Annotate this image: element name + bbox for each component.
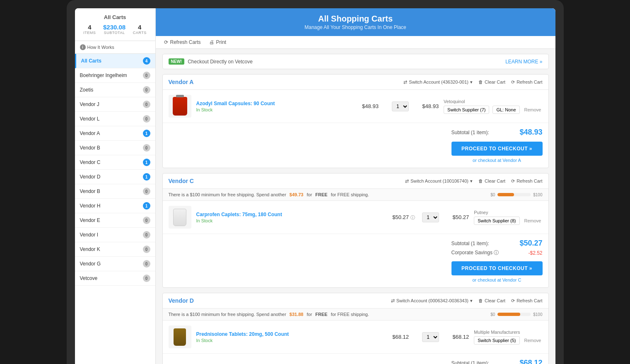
sidebar-item-all-carts[interactable]: All Carts 4 bbox=[75, 54, 155, 68]
how-it-works-link[interactable]: i How It Works bbox=[75, 41, 155, 54]
sidebar-item-vendor-e[interactable]: Vendor E 0 bbox=[75, 213, 155, 228]
learn-more-link[interactable]: LEARN MORE » bbox=[505, 59, 542, 65]
info-icon: i bbox=[80, 44, 86, 50]
vendor-a-header: Vendor A ⇄ Switch Account (436320-001) ▾… bbox=[163, 75, 548, 90]
progress-fill-c bbox=[497, 193, 514, 196]
vendor-section-d: Vendor D ⇄ Switch Account (0006342-00363… bbox=[162, 293, 549, 364]
vendor-c-switch-account[interactable]: ⇄ Switch Account (100106740) ▾ bbox=[405, 178, 473, 184]
stat-subtotal: $230.08 SUBTOTAL bbox=[103, 24, 126, 35]
stat-items-label: ITEMS bbox=[83, 31, 96, 35]
vendor-a-checkout-button[interactable]: PROCEED TO CHECKOUT » bbox=[451, 142, 543, 156]
sidebar-item-vendor-a[interactable]: Vendor A 1 bbox=[75, 126, 155, 141]
sidebar-item-vendor-i[interactable]: Vendor I 0 bbox=[75, 228, 155, 242]
switch-supplier-carprofen[interactable]: Switch Supplier (8) bbox=[474, 217, 519, 225]
shipping-prefix-c: There is a $100 minimum for free shippin… bbox=[169, 192, 286, 197]
item-price-carprofen: $50.27 bbox=[392, 214, 409, 220]
vendor-d-shipping-banner: There is a $100 minimum for free shippin… bbox=[163, 309, 548, 321]
remove-prednisolone[interactable]: Remove bbox=[523, 337, 543, 344]
sidebar-item-vendor-j[interactable]: Vendor J 0 bbox=[75, 97, 155, 112]
sidebar-header: All Carts 4 ITEMS $230.08 SUBTOTAL 4 CAR… bbox=[75, 8, 155, 41]
item-total-azodyl: $48.93 bbox=[414, 103, 439, 109]
sidebar-item-boehringer[interactable]: Boehringer Ingelheim 0 bbox=[75, 68, 155, 83]
print-icon: 🖨 bbox=[209, 39, 214, 45]
remove-azodyl[interactable]: Remove bbox=[523, 106, 543, 113]
switch-icon: ⇄ bbox=[403, 80, 407, 85]
progress-to-d: $100 bbox=[533, 312, 542, 317]
refresh-icon: ⟳ bbox=[164, 39, 168, 45]
main-toolbar: ⟳ Refresh Carts 🖨 Print bbox=[156, 36, 555, 49]
item-status-azodyl: In Stock bbox=[196, 107, 357, 112]
price-info-icon[interactable]: ⓘ bbox=[410, 215, 415, 220]
shipping-for-c: for bbox=[307, 192, 312, 197]
stat-items-value: 4 bbox=[83, 24, 96, 31]
print-label: Print bbox=[216, 39, 227, 45]
vendor-c-clear-cart[interactable]: 🗑 Clear Cart bbox=[478, 178, 505, 183]
main-content: All Shopping Carts Manage All Your Shopp… bbox=[156, 8, 555, 364]
bottle-brown-icon bbox=[174, 328, 186, 346]
sidebar-item-vendor-l[interactable]: Vendor L 0 bbox=[75, 112, 155, 126]
item-qty-carprofen[interactable]: 123 bbox=[422, 212, 439, 222]
main-header: All Shopping Carts Manage All Your Shopp… bbox=[156, 8, 555, 36]
sidebar-stats: 4 ITEMS $230.08 SUBTOTAL 4 CARTS bbox=[80, 24, 150, 35]
promo-text: Checkout Directly on Vetcove bbox=[188, 59, 253, 65]
refresh-icon-d: ⟳ bbox=[511, 298, 515, 304]
remove-carprofen[interactable]: Remove bbox=[523, 217, 543, 224]
item-name-carprofen[interactable]: Carprofen Caplets: 75mg, 180 Count bbox=[196, 212, 388, 217]
stat-carts-value: 4 bbox=[133, 24, 147, 31]
progress-bar-d bbox=[497, 313, 531, 316]
stat-carts-label: CARTS bbox=[133, 31, 147, 35]
trash-icon-d: 🗑 bbox=[478, 298, 483, 303]
vendor-d-switch-account[interactable]: ⇄ Switch Account (0006342-0036343) ▾ bbox=[391, 298, 473, 304]
sidebar-item-vendor-b2[interactable]: Vendor B 0 bbox=[75, 184, 155, 199]
vendor-c-name: Vendor C bbox=[169, 178, 194, 184]
vendor-c-checkout-link[interactable]: or checkout at Vendor C bbox=[451, 277, 543, 282]
refresh-icon-c: ⟳ bbox=[511, 178, 515, 184]
item-name-prednisolone[interactable]: Prednisolone Tablets: 20mg, 500 Count bbox=[196, 331, 388, 337]
vendor-a-switch-account[interactable]: ⇄ Switch Account (436320-001) ▾ bbox=[403, 80, 473, 85]
shipping-free-d: FREE bbox=[315, 312, 327, 317]
item-supplier-carprofen: Putney bbox=[474, 210, 542, 215]
sidebar-item-vendor-c[interactable]: Vendor C 1 bbox=[75, 155, 155, 170]
sidebar-item-vendor-g[interactable]: Vendor G 0 bbox=[75, 257, 155, 271]
shipping-for-d: for bbox=[307, 312, 312, 317]
item-qty-azodyl[interactable]: 123 bbox=[392, 101, 409, 111]
vendor-a-refresh-cart[interactable]: ⟳ Refresh Cart bbox=[511, 80, 542, 85]
print-button[interactable]: 🖨 Print bbox=[209, 39, 227, 45]
sidebar-all-carts-title: All Carts bbox=[80, 14, 150, 20]
vendor-a-checkout-link[interactable]: or checkout at Vendor A bbox=[451, 158, 543, 163]
vendor-d-subtotal-label: Subtotal (1 item): bbox=[451, 360, 489, 364]
vendor-c-checkout-button[interactable]: PROCEED TO CHECKOUT » bbox=[451, 261, 543, 275]
sidebar-item-vendor-d[interactable]: Vendor D 1 bbox=[75, 170, 155, 184]
stat-items: 4 ITEMS bbox=[83, 24, 96, 35]
main-body: NEW! Checkout Directly on Vetcove LEARN … bbox=[156, 49, 555, 364]
item-qty-prednisolone[interactable]: 123 bbox=[422, 332, 439, 342]
vendor-c-savings: -$2.52 bbox=[528, 250, 542, 256]
vendor-a-clear-cart[interactable]: 🗑 Clear Cart bbox=[478, 80, 505, 84]
item-status-carprofen: In Stock bbox=[196, 218, 388, 223]
switch-icon-d: ⇄ bbox=[391, 298, 395, 304]
sidebar-item-vendor-b1[interactable]: Vendor B 0 bbox=[75, 141, 155, 155]
bottle-white-icon bbox=[173, 209, 186, 226]
progress-to-c: $100 bbox=[533, 193, 542, 197]
vendor-a-name: Vendor A bbox=[169, 79, 194, 85]
progress-from-c: $0 bbox=[490, 193, 495, 197]
how-it-works-label: How It Works bbox=[87, 45, 114, 50]
stat-subtotal-label: SUBTOTAL bbox=[103, 31, 126, 35]
switch-supplier-prednisolone[interactable]: Switch Supplier (5) bbox=[474, 336, 519, 345]
item-image-azodyl bbox=[169, 95, 191, 118]
refresh-carts-button[interactable]: ⟳ Refresh Carts bbox=[164, 39, 201, 45]
sidebar-item-zoetis[interactable]: Zoetis 0 bbox=[75, 83, 155, 97]
refresh-label: Refresh Carts bbox=[170, 39, 201, 45]
vendor-d-clear-cart[interactable]: 🗑 Clear Cart bbox=[478, 298, 505, 303]
switch-supplier-azodyl[interactable]: Switch Supplier (7) bbox=[444, 106, 489, 114]
gl-azodyl[interactable]: GL: None bbox=[492, 106, 519, 114]
item-name-azodyl[interactable]: Azodyl Small Capsules: 90 Count bbox=[196, 101, 357, 106]
vendor-d-refresh-cart[interactable]: ⟳ Refresh Cart bbox=[511, 298, 542, 304]
sidebar-item-vetcove[interactable]: Vetcove 0 bbox=[75, 271, 155, 286]
sidebar-all-carts-label: All Carts bbox=[81, 58, 101, 64]
sidebar-nav: All Carts 4 Boehringer Ingelheim 0 Zoeti… bbox=[75, 54, 155, 364]
sidebar-item-vendor-h[interactable]: Vendor H 1 bbox=[75, 199, 155, 213]
vendor-c-refresh-cart[interactable]: ⟳ Refresh Cart bbox=[511, 178, 542, 184]
sidebar-item-vendor-k[interactable]: Vendor K 0 bbox=[75, 242, 155, 257]
trash-icon-c: 🗑 bbox=[478, 178, 483, 183]
